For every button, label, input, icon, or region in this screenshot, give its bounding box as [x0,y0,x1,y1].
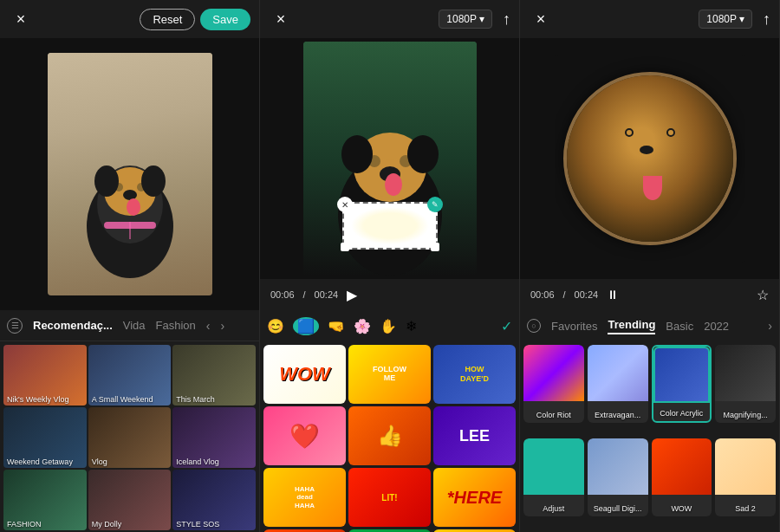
close-button-1[interactable]: × [9,7,33,31]
dog-photo-2: ✕ ✎ WOW [303,42,477,276]
effect-label-extravagan: Extravagan... [588,411,648,419]
template-item[interactable]: Weekend Getaway [3,407,87,468]
save-button[interactable]: Save [200,9,250,30]
effect-seagull[interactable]: Seagull Digi... [588,438,648,516]
effect-thumb-magnifying [715,345,776,401]
play-button-2[interactable]: ▶ [347,287,357,303]
close-button-2[interactable]: × [269,7,293,31]
sticker-grid: WOW FOLLOWME HOWDAYE'D ❤️ 👍 LEE [260,341,519,532]
time-sep-3: / [563,289,566,300]
sticker-edit[interactable]: ✎ [427,197,443,212]
panel-1: × Reset Save [0,0,260,532]
effects-chevron[interactable]: › [768,319,772,333]
sticker-here-text: *HERE [447,488,502,508]
tab-favorites[interactable]: Favorites [551,320,597,333]
effect-color-acrylic[interactable]: Color Acrylic [652,345,712,423]
template-item[interactable]: Nik's Weekly Vlog [3,345,87,405]
template-item[interactable]: STYLE SOS [172,470,256,530]
panel-3: × 1080P ▾ ↑ 00:06 / 00:24 ⏸ ☆ [520,0,780,532]
effect-sad2[interactable]: Sad 2 [715,438,776,516]
dog-eye-left [625,128,634,137]
tab-trending[interactable]: Trending [608,318,655,334]
effect-thumb-wow [652,438,712,495]
top-bar-1: × Reset Save [0,0,259,38]
top-bar-2: × 1080P ▾ ↑ [260,0,519,38]
effect-wow[interactable]: WOW [652,438,712,516]
cat-check[interactable]: ✓ [501,318,512,334]
upload-button-3[interactable]: ↑ [763,10,770,29]
effect-label-color-acrylic: Color Acrylic [653,409,711,418]
close-button-3[interactable]: × [529,7,553,31]
template-item[interactable]: This March [172,345,256,405]
resolution-badge-2[interactable]: 1080P ▾ [439,10,492,29]
time-sep-2: / [303,289,306,300]
resolution-badge-3[interactable]: 1080P ▾ [699,10,752,29]
tab-2022[interactable]: 2022 [704,320,729,333]
effect-magnifying[interactable]: Magnifying... [715,345,776,423]
sticker-here[interactable]: *HERE [433,468,516,527]
cat-emoji[interactable]: 😊 [267,318,284,334]
effect-label-color-riot: Color Riot [523,411,584,419]
list-icon[interactable]: ☰ [7,318,23,334]
bottom-panel-3: ○ Favorites Trending Basic 2022 › Color … [520,310,779,532]
panel-2: × 1080P ▾ ↑ [260,0,520,532]
effect-extravagan[interactable]: Extravagan... [588,345,648,423]
reset-button[interactable]: Reset [140,9,195,30]
cat-blue[interactable]: 🟦 [293,317,319,335]
dog-photo-1 [48,53,212,295]
sticker-wow-text: WOW [279,363,330,386]
upload-button-2[interactable]: ↑ [503,10,510,29]
effect-label-magnifying: Magnifying... [715,411,776,419]
sticker-thumbs[interactable]: 👍 [348,406,431,465]
svg-point-4 [123,190,137,200]
effect-thumb-seagull [588,438,648,495]
svg-point-19 [341,135,373,173]
effect-adjust[interactable]: Adjust [523,438,584,516]
tab-recomend[interactable]: Recomendaç... [33,319,113,332]
dog-photo-3 [555,55,745,263]
sticker-categories: 😊 🟦 🤜 🌸 ✋ ❄ ✓ [260,310,519,341]
tab-fashion[interactable]: Fashion [156,319,196,332]
effect-thumb-sad2 [715,438,776,495]
effect-thumb-color-riot [523,345,584,401]
sticker-howdare[interactable]: HOWDAYE'D [433,345,516,404]
tab-basic[interactable]: Basic [666,320,693,333]
sticker-wow[interactable]: WOW [263,345,346,404]
effects-tabs: ○ Favorites Trending Basic 2022 › [520,310,779,341]
sticker-follow[interactable]: FOLLOWME [348,345,431,404]
cat-snow[interactable]: ❄ [406,318,417,334]
template-item[interactable]: A Small Weekend [88,345,172,405]
sticker-heart[interactable]: ❤️ [263,406,346,465]
sticker-handle-bl[interactable] [341,243,349,251]
template-item[interactable]: FASHION [3,470,87,530]
effects-circle-icon[interactable]: ○ [527,319,541,333]
sticker-close[interactable]: ✕ [337,197,353,212]
wow-sticker[interactable]: ✕ ✎ WOW [342,202,438,250]
template-item[interactable]: Iceland Vlog [172,407,256,468]
sticker-lit[interactable]: LIT! [348,468,431,527]
tab-vida[interactable]: Vida [123,319,146,332]
dog-tongue [643,176,662,200]
bottom-panel-1: ☰ Recomendaç... Vida Fashion ‹ › Nik's W… [0,310,259,532]
cat-hand[interactable]: ✋ [380,318,397,334]
effect-thumb-extravagan [588,345,648,401]
pause-button-3[interactable]: ⏸ [607,288,617,302]
template-item[interactable]: Vlog [88,407,172,468]
effect-color-riot[interactable]: Color Riot [523,345,584,423]
sticker-lee-text: LEE [459,427,490,445]
time-current-3: 00:06 [530,289,555,300]
cat-flower[interactable]: 🌸 [354,318,371,334]
template-item[interactable]: My Dolly [88,470,172,530]
star-button-3[interactable]: ☆ [757,287,769,303]
tabs-chevron[interactable]: ‹ [206,319,211,333]
tabs-chevron2[interactable]: › [220,319,224,333]
sticker-lee[interactable]: LEE [433,406,516,465]
cat-fist[interactable]: 🤜 [328,318,345,334]
sticker-haha[interactable]: HAHAdeadHAHA [263,468,346,527]
bottom-panel-2: 😊 🟦 🤜 🌸 ✋ ❄ ✓ WOW FOLLOWME HOWDAYE'D [260,310,519,532]
sticker-thumbs-icon: 👍 [377,424,403,448]
effect-label-sad2: Sad 2 [715,504,776,513]
sticker-handle-br[interactable] [431,243,439,251]
dog-svg-1 [48,53,212,295]
sticker-howdare-text: HOWDAYE'D [460,365,489,384]
